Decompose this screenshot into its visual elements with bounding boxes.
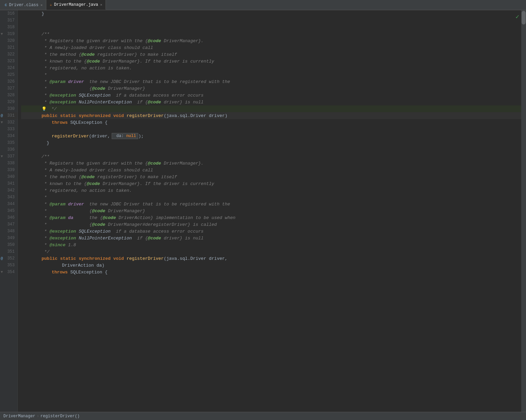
code-line-331: public static synchronized void register… bbox=[21, 112, 521, 119]
code-line-324: * registered, no action is taken. bbox=[21, 65, 521, 71]
line-332: ▼332 bbox=[0, 119, 17, 126]
code-line-330: 💡 */ bbox=[21, 105, 521, 112]
tab-driver-class-close[interactable]: ✕ bbox=[41, 3, 43, 7]
code-line-328: * @exception SQLException if a database … bbox=[21, 92, 521, 99]
tab-drivermanager-java-close[interactable]: ✕ bbox=[100, 3, 102, 7]
code-line-334: registerDriver(driver, da: null); bbox=[21, 133, 521, 139]
code-line-342: * registered, no action is taken. bbox=[21, 187, 521, 194]
line-316: 316 bbox=[0, 10, 17, 17]
tab-drivermanager-java-label: DriverManager.java bbox=[54, 2, 98, 7]
code-line-352: public static synchronized void register… bbox=[21, 255, 521, 262]
code-area[interactable]: 316 317 318 ▼319 320 321 322 323 324 325… bbox=[0, 10, 526, 412]
breadcrumb-separator: › bbox=[37, 414, 39, 419]
line-328: 328 bbox=[0, 92, 17, 99]
line-337: ▼337 bbox=[0, 153, 17, 160]
line-346: 346 bbox=[0, 214, 17, 221]
line-numbers: 316 317 318 ▼319 320 321 322 323 324 325… bbox=[0, 10, 18, 412]
code-line-327: * {@code DriverManager} bbox=[21, 85, 521, 92]
code-line-318 bbox=[21, 24, 521, 31]
line-349: 349 bbox=[0, 235, 17, 241]
code-line-350: * @since 1.8 bbox=[21, 241, 521, 248]
line-321: 321 bbox=[0, 44, 17, 51]
line-340: 340 bbox=[0, 173, 17, 180]
line-347: 347 bbox=[0, 221, 17, 228]
code-line-341: * known to the {@code DriverManager}. If… bbox=[21, 180, 521, 187]
breadcrumb-drivermanager[interactable]: DriverManager bbox=[3, 414, 35, 419]
tab-drivermanager-java[interactable]: ☕ DriverManager.java ✕ bbox=[46, 0, 106, 10]
line-327: 327 bbox=[0, 85, 17, 92]
line-329: 329 bbox=[0, 99, 17, 105]
line-317: 317 bbox=[0, 17, 17, 24]
code-line-321: * A newly-loaded driver class should cal… bbox=[21, 44, 521, 51]
tab-bar: C Driver.class ✕ ☕ DriverManager.java ✕ bbox=[0, 0, 526, 10]
line-350: 350 bbox=[0, 241, 17, 248]
code-line-344: * @param driver the new JDBC Driver that… bbox=[21, 201, 521, 207]
class-icon: C bbox=[5, 3, 7, 7]
code-line-345: * {@code DriverManager} bbox=[21, 207, 521, 214]
code-line-347: * {@code DriverManager#deregisterDriver}… bbox=[21, 221, 521, 228]
line-318: 318 bbox=[0, 24, 17, 31]
line-342: 342 bbox=[0, 187, 17, 194]
line-351: 351 bbox=[0, 248, 17, 255]
code-line-316: } bbox=[21, 10, 521, 17]
tab-driver-class-label: Driver.class bbox=[9, 3, 38, 7]
code-line-349: * @exception NullPointerException if {@c… bbox=[21, 235, 521, 241]
code-line-323: * known to the {@code DriverManager}. If… bbox=[21, 58, 521, 65]
line-335: 335 bbox=[0, 139, 17, 146]
editor: 316 317 318 ▼319 320 321 322 323 324 325… bbox=[0, 10, 526, 420]
tab-driver-class[interactable]: C Driver.class ✕ bbox=[1, 0, 46, 10]
line-330: 330 bbox=[0, 105, 17, 112]
code-line-340: * the method {@code registerDriver} to m… bbox=[21, 173, 521, 180]
line-334: 334 bbox=[0, 133, 17, 139]
line-324: 324 bbox=[0, 65, 17, 71]
line-353: 353 bbox=[0, 262, 17, 269]
line-348: 348 bbox=[0, 228, 17, 235]
code-line-337: /** bbox=[21, 153, 521, 160]
line-336: 336 bbox=[0, 146, 17, 153]
line-338: 338 bbox=[0, 160, 17, 167]
line-352: @ 352 bbox=[0, 255, 17, 262]
line-326: 326 bbox=[0, 78, 17, 85]
code-line-319: /** bbox=[21, 31, 521, 37]
line-323: 323 bbox=[0, 58, 17, 65]
code-line-353: DriverAction da) bbox=[21, 262, 521, 269]
scrollbar-track[interactable] bbox=[521, 10, 526, 412]
line-320: 320 bbox=[0, 37, 17, 44]
checkmark-icon: ✓ bbox=[515, 13, 519, 20]
code-line-335: } bbox=[21, 139, 521, 146]
code-line-348: * @exception SQLException if a database … bbox=[21, 228, 521, 235]
code-line-354: throws SQLException { bbox=[21, 269, 521, 275]
line-325: 325 bbox=[0, 71, 17, 78]
line-339: 339 bbox=[0, 167, 17, 173]
code-line-322: * the method {@code registerDriver} to m… bbox=[21, 51, 521, 58]
code-line-317 bbox=[21, 17, 521, 24]
line-345: 345 bbox=[0, 207, 17, 214]
line-319: ▼319 bbox=[0, 31, 17, 37]
code-line-332: throws SQLException { bbox=[21, 119, 521, 126]
code-line-336 bbox=[21, 146, 521, 153]
code-line-320: * Registers the given driver with the {@… bbox=[21, 37, 521, 44]
line-344: 344 bbox=[0, 201, 17, 207]
code-line-338: * Registers the given driver with the {@… bbox=[21, 160, 521, 167]
breadcrumb: DriverManager › registerDriver() bbox=[0, 412, 526, 420]
line-341: 341 bbox=[0, 180, 17, 187]
line-322: 322 bbox=[0, 51, 17, 58]
code-line-333 bbox=[21, 126, 521, 133]
java-icon: ☕ bbox=[50, 2, 52, 7]
code-line-346: * @param da the {@code DriverAction} imp… bbox=[21, 214, 521, 221]
line-343: 343 bbox=[0, 194, 17, 201]
code-line-339: * A newly-loaded driver class should cal… bbox=[21, 167, 521, 173]
code-lines[interactable]: } /** * Registers the given driver with … bbox=[18, 10, 521, 412]
breadcrumb-registerdriver[interactable]: registerDriver() bbox=[41, 414, 80, 419]
code-line-351: */ bbox=[21, 248, 521, 255]
code-line-343: * bbox=[21, 194, 521, 201]
code-line-325: * bbox=[21, 71, 521, 78]
code-line-326: * @param driver the new JDBC Driver that… bbox=[21, 78, 521, 85]
line-333: 333 bbox=[0, 126, 17, 133]
code-line-329: * @exception NullPointerException if {@c… bbox=[21, 99, 521, 105]
lightbulb-icon[interactable]: 💡 bbox=[42, 106, 47, 112]
hint-box: da: null bbox=[112, 133, 139, 139]
line-331: @ 331 bbox=[0, 112, 17, 119]
line-354: ▼354 bbox=[0, 269, 17, 275]
